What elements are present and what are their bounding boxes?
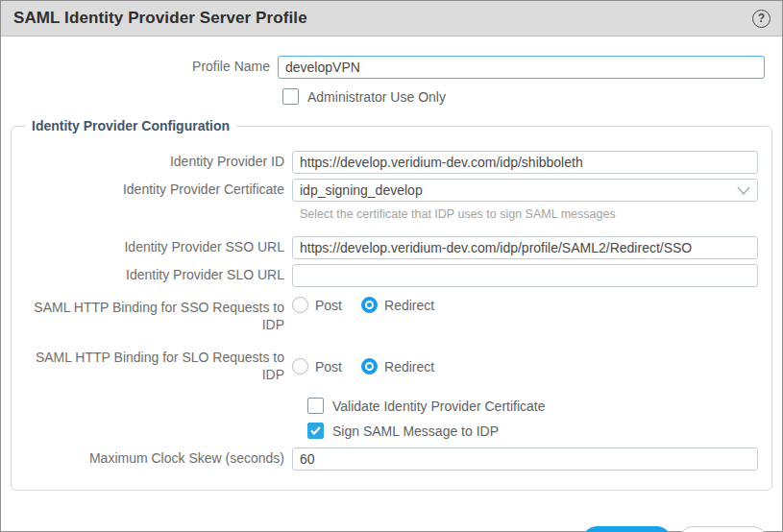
admin-use-only-label: Administrator Use Only: [307, 89, 446, 105]
profile-name-row: Profile Name: [1, 56, 782, 79]
idp-certificate-row: Identity Provider Certificate idp_signin…: [12, 179, 758, 202]
sso-binding-option-post[interactable]: Post: [292, 297, 342, 313]
admin-use-only-checkbox[interactable]: [282, 88, 299, 105]
redirect-radio[interactable]: [361, 358, 378, 375]
idp-certificate-label: Identity Provider Certificate: [12, 181, 292, 199]
slo-binding-options: Post Redirect: [292, 358, 453, 375]
idp-configuration-legend: Identity Provider Configuration: [25, 118, 236, 133]
slo-binding-option-redirect[interactable]: Redirect: [361, 358, 434, 375]
sign-saml-checkbox[interactable]: [307, 423, 324, 439]
idp-certificate-help-row: Select the certificate that IDP uses to …: [12, 205, 758, 222]
check-icon: [310, 426, 321, 435]
idp-id-row: Identity Provider ID: [12, 151, 758, 174]
dialog-body: Profile Name Administrator Use Only Iden…: [1, 36, 782, 532]
slo-binding-label: SAML HTTP Binding for SLO Requests to ID…: [12, 350, 292, 383]
post-radio[interactable]: [292, 297, 308, 313]
slo-binding-row: SAML HTTP Binding for SLO Requests to ID…: [12, 350, 758, 383]
help-icon[interactable]: ?: [752, 10, 771, 28]
clock-skew-label: Maximum Clock Skew (seconds): [12, 450, 292, 468]
idp-sso-url-row: Identity Provider SSO URL: [12, 236, 758, 259]
sso-binding-options: Post Redirect: [292, 297, 453, 313]
idp-configuration-fieldset: Identity Provider Configuration Identity…: [11, 118, 772, 491]
idp-slo-url-input[interactable]: [292, 264, 758, 287]
help-icon-glyph: ?: [758, 12, 765, 25]
sign-saml-row: Sign SAML Message to IDP: [12, 423, 758, 439]
redirect-radio-label: Redirect: [384, 359, 434, 375]
profile-name-label: Profile Name: [1, 59, 278, 76]
profile-name-input[interactable]: [278, 56, 765, 79]
dialog-title: SAML Identity Provider Server Profile: [13, 9, 307, 28]
ok-button[interactable]: OK: [582, 526, 672, 532]
idp-certificate-value: idp_signing_develop: [300, 182, 737, 198]
idp-certificate-dropdown[interactable]: idp_signing_develop: [292, 179, 758, 202]
idp-slo-url-label: Identity Provider SLO URL: [12, 267, 292, 284]
sign-saml-label: Sign SAML Message to IDP: [332, 423, 499, 439]
cancel-button[interactable]: Cancel: [678, 526, 768, 532]
validate-cert-checkbox[interactable]: [307, 398, 324, 414]
redirect-radio[interactable]: [361, 297, 378, 313]
saml-idp-profile-dialog: SAML Identity Provider Server Profile ? …: [0, 0, 783, 532]
post-radio[interactable]: [292, 358, 308, 375]
idp-sso-url-label: Identity Provider SSO URL: [12, 239, 292, 256]
sso-binding-row: SAML HTTP Binding for SSO Requests to ID…: [12, 297, 758, 333]
chevron-down-icon: [737, 186, 750, 195]
post-radio-label: Post: [315, 359, 342, 375]
slo-binding-option-post[interactable]: Post: [292, 358, 342, 375]
admin-use-only-row: Administrator Use Only: [1, 88, 782, 105]
post-radio-label: Post: [315, 298, 342, 313]
sso-binding-label: SAML HTTP Binding for SSO Requests to ID…: [12, 297, 292, 333]
dialog-titlebar: SAML Identity Provider Server Profile ?: [1, 1, 782, 36]
sso-binding-option-redirect[interactable]: Redirect: [361, 297, 434, 313]
idp-id-input[interactable]: [292, 151, 758, 174]
idp-slo-url-row: Identity Provider SLO URL: [12, 264, 758, 287]
clock-skew-row: Maximum Clock Skew (seconds): [12, 447, 758, 471]
validate-cert-row: Validate Identity Provider Certificate: [12, 398, 758, 414]
clock-skew-input[interactable]: [292, 447, 758, 471]
dialog-footer: OK Cancel: [1, 526, 782, 532]
validate-cert-label: Validate Identity Provider Certificate: [332, 399, 546, 414]
redirect-radio-label: Redirect: [384, 298, 434, 313]
idp-id-label: Identity Provider ID: [12, 154, 292, 171]
idp-sso-url-input[interactable]: [292, 236, 758, 259]
idp-certificate-help-text: Select the certificate that IDP uses to …: [300, 207, 616, 221]
